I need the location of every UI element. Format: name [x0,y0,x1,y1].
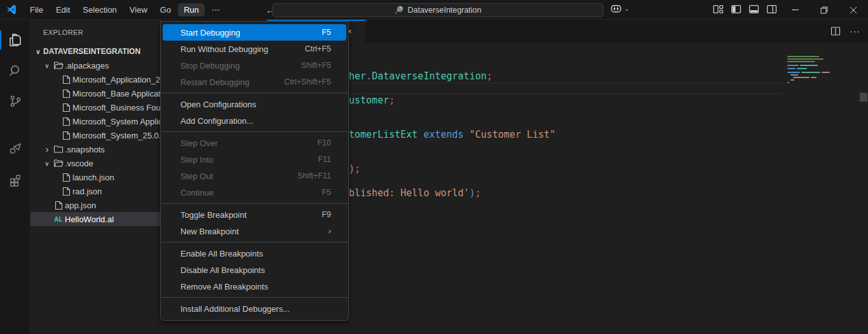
tree-item-label: launch.json [72,173,114,182]
menubar-item-go[interactable]: Go [154,3,177,17]
file-icon [60,103,72,112]
minimap-line [787,58,824,60]
minimap-line [787,56,819,57]
menu-item-remove-all-breakpoints[interactable]: Remove All Breakpoints [163,278,346,295]
copilot-menu[interactable]: ⌄ [610,3,634,15]
tree-item--snapshots[interactable]: ›.snapshots [31,142,161,156]
minimap-line [787,82,789,83]
file-icon [60,75,72,84]
tree-item-label: DATAVERSEINTEGRATION [43,47,140,56]
tree-item-app-json[interactable]: app.json [31,198,161,212]
minimap-line [787,72,800,73]
tree-item-label: rad.json [72,187,102,196]
menu-item-label: Step Out [180,171,213,181]
menubar-item-[interactable]: ⋯ [206,3,226,17]
file-icon [60,89,72,98]
menu-item-label: Install Additional Debuggers... [180,304,290,314]
tree-item-rad-json[interactable]: rad.json [31,184,161,198]
editor-more-actions-icon[interactable]: ··· [850,26,860,36]
title-bar: FileEditSelectionViewGoRun⋯ ← → 🔍 Datave… [0,0,868,20]
customize-layout-icon[interactable] [713,4,724,15]
split-editor-icon[interactable] [831,26,841,36]
menu-item-disable-all-breakpoints[interactable]: Disable All Breakpoints [163,262,346,278]
menu-item-restart-debugging: Restart DebuggingCtrl+Shift+F5 [163,74,346,90]
file-icon [60,131,72,140]
menu-item-step-over: Step OverF10 [163,135,346,151]
extensions-icon[interactable] [0,167,31,192]
command-center-search[interactable]: 🔍 DataverseIntegration [272,3,604,17]
menu-item-label: Stop Debugging [180,61,240,70]
search-sidebar-icon[interactable] [0,58,31,83]
menu-item-label: Start Debugging [180,28,240,37]
chevron-down-icon: ∨ [42,160,52,167]
menubar-item-view[interactable]: View [124,3,153,17]
copilot-icon [610,3,622,15]
menubar-item-run[interactable]: Run [178,3,205,17]
chevron-down-icon: ∨ [33,48,43,55]
menu-item-label: Step Into [180,155,214,164]
menubar-item-file[interactable]: File [24,3,49,17]
run-and-debug-icon[interactable] [0,135,31,161]
scrollbar-thumb[interactable] [860,93,867,102]
tree-item-microsoft-application-2[interactable]: Microsoft_Application_2 [31,72,161,86]
search-value: DataverseIntegration [407,6,481,15]
tree-item-label: Microsoft_Base Applicati [72,89,161,98]
chevron-down-icon: ∨ [42,62,52,69]
code-line: tomerListExt extends "Customer List" [349,129,555,140]
explorer-sidebar: EXPLORER ∨DATAVERSEINTEGRATION∨.alpackag… [31,20,161,334]
chevron-down-icon: ⌄ [624,5,634,12]
tree-item-microsoft-system-25-0-2[interactable]: Microsoft_System_25.0.2 [31,128,161,142]
tree-item-label: .snapshots [65,145,105,154]
tree-item-launch-json[interactable]: launch.json [31,170,161,184]
folder-icon [52,145,65,154]
tree-item-microsoft-business-foun[interactable]: Microsoft_Business Foun [31,100,161,114]
menu-item-start-debugging[interactable]: Start DebuggingF5 [163,24,346,41]
menu-item-label: Restart Debugging [180,77,249,87]
minimap-line [787,65,799,66]
al-file-icon: AL [52,216,65,223]
tree-item-label: .vscode [65,159,93,168]
menu-item-shortcut: F11 [318,155,331,164]
source-control-icon[interactable] [0,88,31,114]
toggle-panel-icon[interactable] [749,4,759,15]
minimap[interactable] [786,55,850,182]
tree-item-microsoft-system-applic[interactable]: Microsoft_System Applic [31,114,161,128]
tree-item-microsoft-base-applicati[interactable]: Microsoft_Base Applicati [31,86,161,100]
minimap-line [811,77,817,78]
tree-item-label: .alpackages [65,61,109,70]
tree-item-label: Microsoft_Application_2 [72,75,160,84]
menu-item-label: Run Without Debugging [180,44,268,54]
file-icon [60,117,72,126]
toggle-secondary-sidebar-icon[interactable] [766,4,777,15]
menu-item-run-without-debugging[interactable]: Run Without DebuggingCtrl+F5 [163,41,346,57]
menu-item-toggle-breakpoint[interactable]: Toggle BreakpointF9 [163,206,346,223]
menu-separator [161,93,348,93]
menu-item-shortcut: Shift+F11 [297,171,331,180]
close-window-button[interactable] [839,0,868,20]
menu-item-step-out: Step OutShift+F11 [163,168,346,184]
menu-item-shortcut: Ctrl+Shift+F5 [284,77,331,86]
file-icon [60,187,72,196]
chevron-right-icon: › [42,144,52,154]
menu-item-open-configurations[interactable]: Open Configurations [163,96,346,112]
tree-item-helloworld-al[interactable]: ALHelloWorld.al [31,212,161,226]
minimize-button[interactable] [780,0,810,20]
tree-item--vscode[interactable]: ∨.vscode [31,156,161,170]
submenu-chevron-icon: › [329,227,331,236]
restore-button[interactable] [810,0,839,20]
menu-item-new-breakpoint[interactable]: New Breakpoint› [163,223,346,239]
menu-item-label: Add Configuration... [180,116,254,126]
tree-item-label: Microsoft_System_25.0.2 [72,131,161,140]
toggle-primary-sidebar-icon[interactable] [731,4,742,15]
tree-item-dataverseintegration[interactable]: ∨DATAVERSEINTEGRATION [31,44,161,58]
menubar-item-selection[interactable]: Selection [77,3,122,17]
menu-item-install-additional-debuggers-[interactable]: Install Additional Debuggers... [163,300,346,317]
explorer-icon[interactable] [0,27,31,53]
tree-item--alpackages[interactable]: ∨.alpackages [31,58,161,72]
menu-item-enable-all-breakpoints[interactable]: Enable All Breakpoints [163,245,346,262]
tree-item-label: Microsoft_Business Foun [72,103,161,112]
menubar-item-edit[interactable]: Edit [50,3,76,17]
menu-item-add-configuration-[interactable]: Add Configuration... [163,112,346,129]
minimap-line [793,77,810,78]
file-icon [60,173,72,182]
